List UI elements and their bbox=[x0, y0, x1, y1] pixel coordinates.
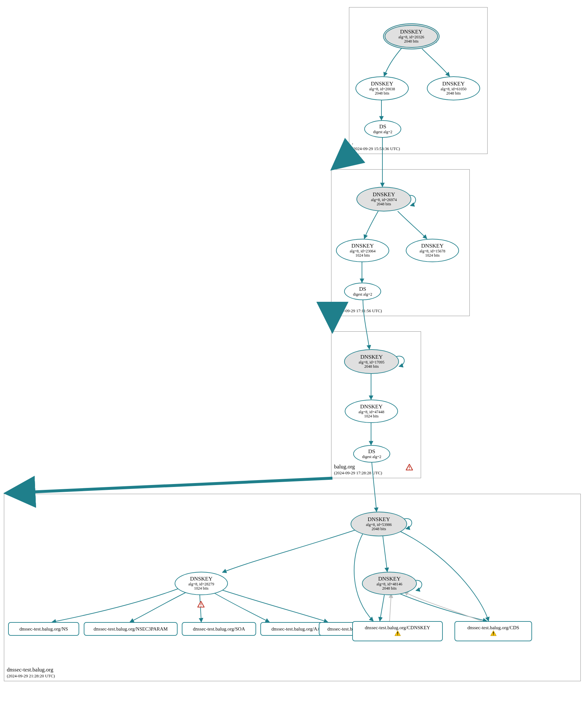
balug-ds: DSdigest alg=2 bbox=[353, 445, 390, 463]
zone-dnssec-ts: (2024-09-29 21:28:20 UTC) bbox=[7, 673, 55, 679]
zone-dnssec-label: dnssec-test.balug.org bbox=[7, 667, 53, 673]
org-zsk1-dnskey: DNSKEYalg=8, id=230641024 bits bbox=[336, 239, 389, 262]
svg-rect-4 bbox=[397, 632, 398, 634]
svg-rect-6 bbox=[493, 632, 494, 634]
balug-ksk-dnskey: DNSKEYalg=8, id=170952048 bits bbox=[344, 349, 399, 374]
dnssec-ksk-dnskey: DNSKEYalg=8, id=539862048 bits bbox=[351, 512, 407, 536]
root-zsk2-dnskey: DNSKEYalg=8, id=610502048 bits bbox=[427, 76, 480, 100]
zone-balug-ts: (2024-09-29 17:28:28 UTC) bbox=[334, 470, 382, 476]
zone-org-label: org bbox=[334, 302, 341, 308]
zone-dnssec-test: dnssec-test.balug.org(2024-09-29 21:28:2… bbox=[4, 494, 581, 681]
zone-balug-label: balug.org bbox=[334, 464, 355, 470]
balug-zsk-dnskey: DNSKEYalg=8, id=474481024 bits bbox=[345, 399, 398, 423]
svg-rect-1 bbox=[409, 469, 410, 469]
svg-rect-0 bbox=[409, 466, 410, 468]
warning-icon bbox=[490, 630, 497, 638]
svg-rect-5 bbox=[397, 634, 398, 635]
rrset-nsec3: dnssec-test.balug.org/NSEC3PARAM bbox=[84, 622, 177, 636]
warning-icon bbox=[406, 464, 413, 472]
org-ksk-dnskey: DNSKEYalg=8, id=269742048 bits bbox=[356, 187, 411, 211]
rrset-cdnskey: dnssec-test.balug.org/CDNSKEY bbox=[352, 621, 443, 641]
org-ds: DSdigest alg=2 bbox=[344, 283, 381, 300]
warning-icon bbox=[197, 601, 204, 609]
rrset-ns: dnssec-test.balug.org/NS bbox=[8, 622, 79, 636]
org-zsk2-dnskey: DNSKEYalg=8, id=156781024 bits bbox=[406, 239, 459, 262]
root-ds: DSdigest alg=2 bbox=[364, 120, 401, 138]
zone-root-ts: (2024-09-29 15:53:36 UTC) bbox=[352, 146, 400, 152]
svg-rect-7 bbox=[493, 634, 494, 635]
root-ksk-dnskey: DNSKEYalg=8, id=203262048 bits bbox=[383, 23, 440, 49]
zone-root-label: . bbox=[352, 139, 353, 146]
zone-org-ts: (2024-09-29 17:11:56 UTC) bbox=[334, 308, 382, 314]
root-zsk1-dnskey: DNSKEYalg=8, id=200382048 bits bbox=[356, 76, 409, 100]
dnssec-ksk2-dnskey: DNSKEYalg=8, id=481462048 bits bbox=[362, 572, 417, 595]
rrset-soa: dnssec-test.balug.org/SOA bbox=[182, 622, 256, 636]
rrset-cds: dnssec-test.balug.org/CDS bbox=[454, 621, 532, 641]
svg-rect-3 bbox=[201, 606, 201, 606]
warning-icon bbox=[394, 630, 401, 638]
dnssec-zsk-dnskey: DNSKEYalg=8, id=282791024 bits bbox=[175, 572, 228, 595]
svg-rect-2 bbox=[201, 603, 201, 605]
